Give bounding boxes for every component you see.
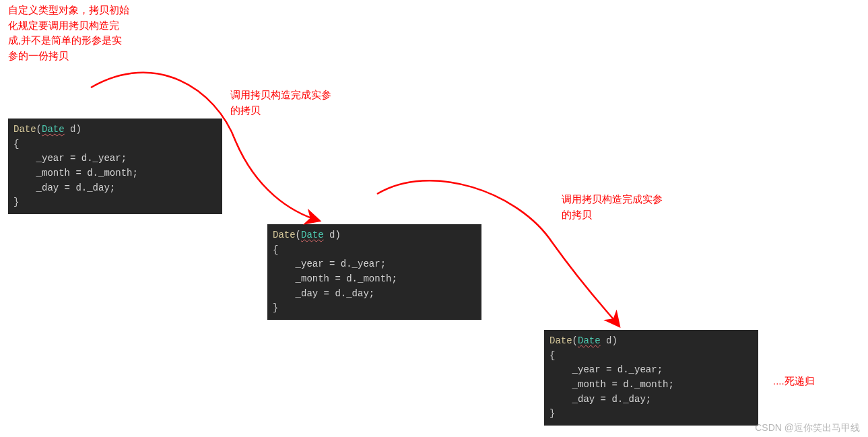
code-line-year: _year = d._year; <box>13 152 217 166</box>
paren-close: ) <box>335 230 340 240</box>
code-block-2: Date(Date d) { _year = d._year; _month =… <box>267 224 481 320</box>
code-line-year: _year = d._year; <box>273 257 476 272</box>
code-block-1: Date(Date d) { _year = d._year; _month =… <box>8 119 222 214</box>
param-name: d <box>324 230 335 240</box>
paren-open: ( <box>296 230 301 240</box>
paren-open: ( <box>572 335 578 346</box>
annotation-ellipsis: ....死递归 <box>773 374 815 389</box>
annotation-right: 调用拷贝构造完成实参 的拷贝 <box>562 192 663 222</box>
param-type: Date <box>42 124 65 135</box>
brace-open: { <box>273 243 476 258</box>
brace-close: } <box>549 407 753 422</box>
code-line-month: _month = d._month; <box>13 166 217 181</box>
code-line-year: _year = d._year; <box>549 363 753 378</box>
watermark: CSDN @逗你笑出马甲线 <box>755 422 860 434</box>
annotation-top-left: 自定义类型对象，拷贝初始 化规定要调用拷贝构造完 成,并不是简单的形参是实 参的… <box>8 3 136 63</box>
annotation-mid: 调用拷贝构造完成实参 的拷贝 <box>230 88 331 118</box>
param-type: Date <box>301 230 324 240</box>
type-keyword: Date <box>273 230 296 240</box>
brace-close: } <box>13 195 217 210</box>
code-line-day: _day = d._day; <box>273 287 476 302</box>
paren-open: ( <box>36 124 42 135</box>
code-line-day: _day = d._day; <box>13 181 217 196</box>
code-line-day: _day = d._day; <box>549 393 753 407</box>
paren-close: ) <box>611 335 617 346</box>
type-keyword: Date <box>549 335 572 346</box>
param-name: d <box>65 124 76 135</box>
code-block-3: Date(Date d) { _year = d._year; _month =… <box>544 330 758 426</box>
code-line-month: _month = d._month; <box>549 378 753 393</box>
param-type: Date <box>578 335 601 346</box>
paren-close: ) <box>75 124 81 135</box>
brace-close: } <box>273 301 476 316</box>
param-name: d <box>601 335 612 346</box>
brace-open: { <box>13 137 217 152</box>
code-line-month: _month = d._month; <box>273 272 476 287</box>
brace-open: { <box>549 349 753 364</box>
type-keyword: Date <box>13 124 36 135</box>
